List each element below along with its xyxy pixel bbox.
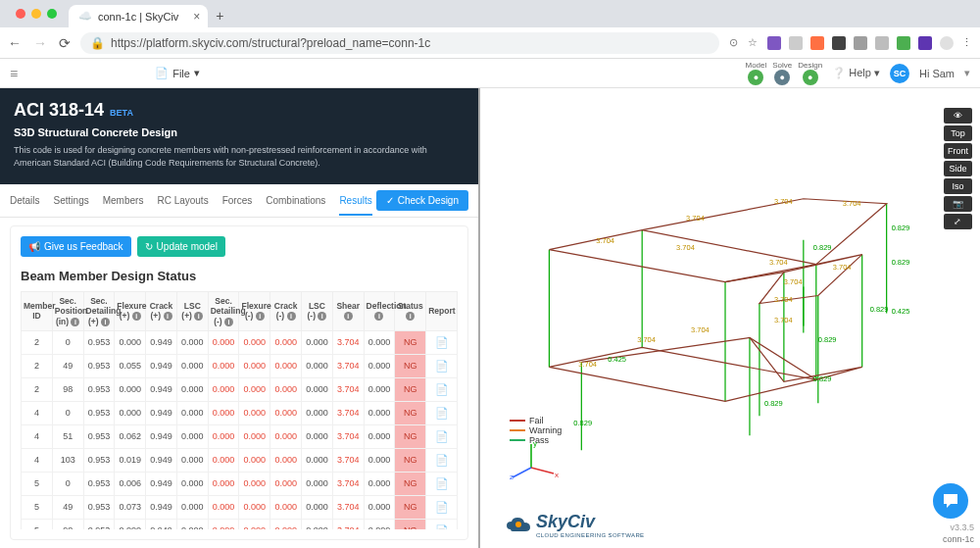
- cell: 0.006: [115, 472, 146, 495]
- cell: 0.949: [146, 472, 177, 495]
- update-model-button[interactable]: ↻ Update model: [137, 236, 225, 257]
- view-tool-front[interactable]: Front: [944, 143, 972, 159]
- extension-icon[interactable]: [854, 36, 867, 50]
- report-cell: 📄: [426, 330, 458, 354]
- table-row: 5490.9530.0730.9490.0000.0000.0000.0000.…: [22, 495, 458, 519]
- report-icon[interactable]: 📄: [435, 407, 449, 419]
- star-icon[interactable]: ☆: [748, 36, 758, 49]
- search-omni-icon[interactable]: ⊙: [729, 36, 738, 49]
- help-menu[interactable]: ❔ Help ▾: [832, 67, 880, 79]
- extension-icon[interactable]: [789, 36, 803, 50]
- profile-icon[interactable]: [940, 36, 954, 50]
- minimize-window-icon[interactable]: [31, 9, 41, 19]
- svg-text:0.425: 0.425: [892, 307, 910, 316]
- tab-members[interactable]: Members: [103, 195, 144, 207]
- report-icon[interactable]: 📄: [435, 454, 449, 466]
- cell: 0.000: [176, 448, 208, 472]
- cell: 0.949: [146, 354, 177, 377]
- status-cell: NG: [395, 448, 426, 472]
- file-menu[interactable]: 📄 File ▾: [155, 67, 200, 79]
- table-scroll[interactable]: MemberIDSec.Position(in) iSec.Detailing(…: [21, 291, 458, 529]
- cell: 0.953: [83, 472, 115, 495]
- cell: 0.000: [208, 401, 239, 424]
- mode-solve[interactable]: Solve●: [772, 61, 792, 86]
- report-icon[interactable]: 📄: [435, 501, 449, 513]
- forward-icon[interactable]: →: [33, 35, 47, 51]
- table-row: 400.9530.0000.9490.0000.0000.0000.0000.0…: [22, 401, 458, 424]
- cell: 0.019: [115, 448, 146, 472]
- cell: 0.000: [176, 354, 208, 377]
- extension-icon[interactable]: [897, 36, 910, 50]
- code-description: This code is used for designing concrete…: [14, 144, 465, 169]
- svg-text:0.829: 0.829: [813, 374, 832, 383]
- chevron-down-icon[interactable]: ▾: [964, 67, 970, 79]
- report-icon[interactable]: 📄: [435, 336, 449, 348]
- cell: 0.000: [364, 377, 395, 401]
- svg-text:3.704: 3.704: [769, 258, 788, 267]
- report-icon[interactable]: 📄: [435, 477, 449, 489]
- cell: 0.949: [146, 377, 177, 401]
- mode-model[interactable]: Model●: [745, 61, 766, 86]
- col-header: Crack(-) i: [270, 292, 302, 331]
- cell: 51: [52, 424, 83, 448]
- tab-results[interactable]: Results: [339, 195, 371, 216]
- tab-details[interactable]: Details: [10, 195, 40, 207]
- table-row: 500.9530.0060.9490.0000.0000.0000.0000.0…: [22, 472, 458, 495]
- status-cell: NG: [395, 354, 426, 377]
- view-tool-side[interactable]: Side: [944, 161, 972, 176]
- view-tool-top[interactable]: Top: [944, 125, 972, 141]
- tab-combinations[interactable]: Combinations: [266, 195, 325, 207]
- col-header: Shear i: [332, 292, 364, 331]
- tab-settings[interactable]: Settings: [54, 195, 89, 207]
- cell: 0.953: [83, 354, 115, 377]
- cell: 0.000: [302, 354, 333, 377]
- chat-button[interactable]: [933, 483, 968, 519]
- cell: 0.000: [239, 472, 270, 495]
- hamburger-icon[interactable]: ≡: [10, 66, 18, 81]
- report-icon[interactable]: 📄: [435, 430, 449, 442]
- tab-rc-layouts[interactable]: RC Layouts: [157, 195, 208, 207]
- cell: 0.000: [302, 448, 333, 472]
- menu-icon[interactable]: ⋮: [961, 36, 972, 49]
- svg-text:0.829: 0.829: [818, 335, 837, 344]
- user-avatar[interactable]: SC: [890, 64, 909, 83]
- view-tool-⤢[interactable]: ⤢: [944, 214, 972, 229]
- new-tab-button[interactable]: +: [216, 8, 223, 24]
- check-design-button[interactable]: ✓ Check Design: [376, 190, 468, 211]
- mode-icons: Model●Solve●Design●: [745, 61, 822, 86]
- extension-icon[interactable]: [810, 36, 824, 50]
- cell: 0: [52, 330, 83, 354]
- cell: 98: [52, 377, 83, 401]
- reload-icon[interactable]: ⟳: [59, 35, 71, 51]
- cell: 0.000: [239, 448, 270, 472]
- view-tool-👁[interactable]: 👁: [944, 108, 972, 124]
- view-tool-📷[interactable]: 📷: [944, 196, 972, 212]
- back-icon[interactable]: ←: [8, 35, 22, 51]
- cell: 0.000: [115, 519, 146, 529]
- report-icon[interactable]: 📄: [435, 524, 449, 529]
- report-icon[interactable]: 📄: [435, 383, 449, 395]
- report-cell: 📄: [426, 401, 458, 424]
- tab-forces[interactable]: Forces: [222, 195, 253, 207]
- report-cell: 📄: [426, 354, 458, 377]
- browser-tab[interactable]: ☁️ conn-1c | SkyCiv ×: [69, 5, 208, 27]
- extension-icon[interactable]: [832, 36, 846, 50]
- brand-name: SkyCiv: [536, 512, 645, 532]
- file-label: File: [172, 68, 190, 79]
- report-icon[interactable]: 📄: [435, 360, 449, 372]
- close-tab-icon[interactable]: ×: [193, 10, 200, 24]
- version-label: v3.3.5: [950, 523, 974, 532]
- cell: 0.953: [83, 448, 115, 472]
- maximize-window-icon[interactable]: [47, 9, 57, 19]
- cell: 0.055: [115, 354, 146, 377]
- svg-text:3.704: 3.704: [596, 236, 614, 245]
- mode-design[interactable]: Design●: [798, 61, 822, 86]
- feedback-button[interactable]: 📢 Give us Feedback: [21, 236, 131, 257]
- close-window-icon[interactable]: [16, 9, 25, 19]
- view-tool-iso[interactable]: Iso: [944, 178, 972, 194]
- extension-icon[interactable]: [875, 36, 889, 50]
- address-bar[interactable]: 🔒 https://platform.skyciv.com/structural…: [80, 32, 719, 54]
- extension-icon[interactable]: [918, 36, 932, 50]
- cell: 3.704: [332, 401, 364, 424]
- extension-icon[interactable]: [767, 36, 781, 50]
